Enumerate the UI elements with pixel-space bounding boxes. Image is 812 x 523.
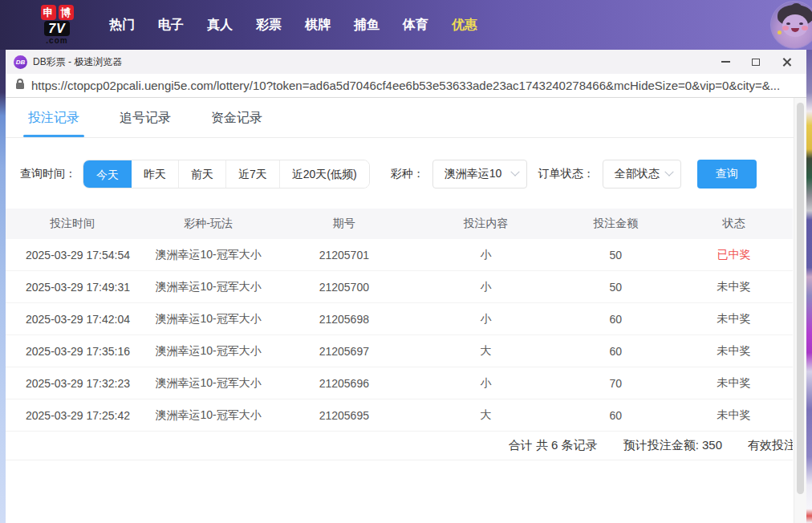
table-row: 2025-03-29 17:25:42 澳洲幸运10-冠军大小 21205695… [6,399,793,432]
site-logo[interactable]: 申 博 7V .com [27,5,87,45]
tab-label: 投注记录 [28,110,79,127]
col-game: 彩种-玩法 [144,217,274,231]
time-option-20days[interactable]: 近20天(低频) [279,160,369,188]
cell-issue: 21205698 [274,313,416,326]
site-header: 申 博 7V .com 热门 电子 真人 彩票 棋牌 捕鱼 体育 优惠 [0,0,812,50]
nav-item-promo[interactable]: 优惠 [452,17,477,34]
cell-amount: 50 [557,281,675,294]
avatar-earring [777,30,782,34]
time-option-today[interactable]: 今天 [83,160,132,188]
avatar-cheek [782,26,789,30]
scrollbar-thumb[interactable] [797,103,804,494]
lottery-select-value: 澳洲幸运10 [445,167,502,181]
lottery-select[interactable]: 澳洲幸运10 [432,160,527,189]
col-content: 投注内容 [415,217,557,231]
cell-issue: 21205697 [274,345,416,358]
maximize-icon [752,59,760,66]
nav-item-sports[interactable]: 体育 [403,17,428,34]
table-row: 2025-03-29 17:49:31 澳洲幸运10-冠军大小 21205700… [6,271,793,303]
time-option-day-before[interactable]: 前天 [178,160,225,188]
cell-amount: 60 [557,409,675,422]
cell-game: 澳洲幸运10-冠军大小 [144,344,274,359]
filters-row: 查询时间： 今天 昨天 前天 近7天 近20天(低频) 彩种： 澳洲幸运10 订… [20,160,806,189]
cell-amount: 50 [557,249,675,262]
cell-amount: 60 [557,313,675,326]
cell-bet-time: 2025-03-29 17:49:31 [6,281,144,294]
page-background-left-edge [0,50,6,523]
nav-item-lottery[interactable]: 彩票 [256,17,282,34]
close-button[interactable] [771,50,802,74]
cell-content: 小 [415,376,557,391]
window-controls [710,50,802,74]
search-button[interactable]: 查询 [697,160,757,189]
cell-status: 未中奖 [675,408,793,423]
cell-status: 未中奖 [675,312,793,326]
col-bet-time: 投注时间 [6,217,144,231]
tab-label: 资金记录 [211,110,262,127]
table-header: 投注时间 彩种-玩法 期号 投注内容 投注金额 状态 [6,209,793,239]
tab-label: 追号记录 [120,110,171,127]
cell-bet-time: 2025-03-29 17:54:54 [6,249,144,262]
page-content: 投注记录 追号记录 资金记录 查询时间： 今天 昨天 前天 近7天 近20天(低… [6,98,806,523]
cell-status: 未中奖 [675,376,793,391]
cell-issue: 21205696 [274,377,416,390]
tab-bet-records[interactable]: 投注记录 [23,110,84,137]
cell-bet-time: 2025-03-29 17:35:16 [6,345,144,358]
chevron-down-icon [510,168,519,176]
summary-expected-amount: 预计投注金额: 350 [623,438,722,453]
close-icon [782,58,791,67]
status-filter-label: 订单状态： [538,167,595,181]
table-row: 2025-03-29 17:32:23 澳洲幸运10-冠军大小 21205696… [6,367,793,399]
cell-issue: 21205701 [274,249,416,262]
tab-chase-records[interactable]: 追号记录 [115,110,176,137]
cell-content: 大 [415,408,557,423]
logo-com: .com [46,36,67,45]
time-filter-label: 查询时间： [20,167,76,181]
logo-7v: 7V [44,21,70,36]
main-nav: 热门 电子 真人 彩票 棋牌 捕鱼 体育 优惠 [109,17,477,34]
nav-item-live[interactable]: 真人 [207,17,233,34]
minimize-button[interactable] [710,50,741,74]
cell-content: 小 [415,312,557,326]
nav-item-slots[interactable]: 电子 [158,17,184,34]
browser-titlebar[interactable]: DB DB彩票 - 极速浏览器 [6,50,806,74]
col-issue: 期号 [274,217,416,231]
table-row: 2025-03-29 17:42:04 澳洲幸运10-冠军大小 21205698… [6,303,793,335]
avatar-eye [786,22,790,25]
status-select-value: 全部状态 [615,167,660,181]
table-row: 2025-03-29 17:35:16 澳洲幸运10-冠军大小 21205697… [6,335,793,367]
nav-item-chess[interactable]: 棋牌 [305,17,331,34]
window-title: DB彩票 - 极速浏览器 [33,55,122,69]
cell-bet-time: 2025-03-29 17:42:04 [6,313,144,326]
col-amount: 投注金额 [557,217,675,231]
browser-window: DB DB彩票 - 极速浏览器 https://ctopcp02pcali.ue… [6,50,806,523]
avatar-cheek [802,26,808,30]
nav-item-fishing[interactable]: 捕鱼 [354,17,380,34]
lock-icon[interactable] [16,83,24,89]
logo-square-2: 博 [59,5,74,20]
cell-amount: 60 [557,345,675,358]
cell-game: 澳洲幸运10-冠军大小 [144,312,274,326]
user-avatar[interactable] [770,1,812,49]
address-bar[interactable]: https://ctopcp02pcali.uengi5e.com/lotter… [6,74,806,98]
cell-content: 小 [415,248,557,262]
summary-valid-amount: 有效投注金 [748,438,793,453]
tab-fund-records[interactable]: 资金记录 [206,110,267,137]
record-tabs: 投注记录 追号记录 资金记录 [6,98,806,138]
table-summary: 合计 共 6 条记录 预计投注金额: 350 有效投注金 [6,432,793,460]
favicon-db-icon: DB [14,55,27,69]
lottery-filter-label: 彩种： [391,167,424,181]
chevron-down-icon [664,168,673,176]
time-option-yesterday[interactable]: 昨天 [132,160,178,188]
url-text[interactable]: https://ctopcp02pcali.uengi5e.com/lotter… [31,79,780,92]
vertical-scrollbar[interactable] [794,98,806,523]
order-status-select[interactable]: 全部状态 [603,160,681,189]
col-status: 状态 [675,217,793,231]
nav-item-hot[interactable]: 热门 [109,17,135,34]
maximize-button[interactable] [741,50,771,74]
cell-game: 澳洲幸运10-冠军大小 [144,280,274,294]
page-background-right-edge [806,50,812,523]
time-option-7days[interactable]: 近7天 [225,160,279,188]
cell-game: 澳洲幸运10-冠军大小 [144,376,274,391]
cell-bet-time: 2025-03-29 17:25:42 [6,409,144,422]
